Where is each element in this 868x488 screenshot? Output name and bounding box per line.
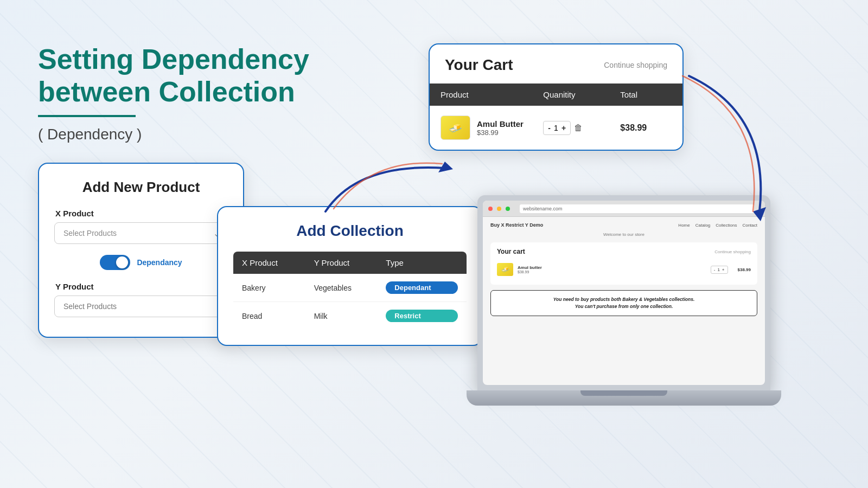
add-collection-panel: Add Collection X Product Y Product Type … (217, 206, 483, 346)
x-product-label: X Product (55, 209, 228, 218)
product-info: Amul Butter $38.99 (477, 119, 524, 137)
browser-message-text: You need to buy products both Bakery & V… (499, 296, 749, 310)
dependency-toggle-row: Dependancy (54, 255, 228, 270)
browser-cart-area: Your cart Continue shopping 🧈 Amul butte… (490, 242, 757, 285)
sub-title: ( Dependency ) (38, 126, 309, 143)
qty-value: 1 (552, 124, 560, 132)
browser-product-image: 🧈 (497, 263, 513, 276)
cart-header: Your Cart Continue shopping (430, 44, 682, 84)
browser-product-name: Amul butter (518, 265, 706, 270)
delete-item-button[interactable]: 🗑 (574, 123, 583, 133)
col-type: Type (386, 258, 458, 267)
collection-row-2: Bread Milk Restrict (233, 302, 467, 330)
browser-welcome: Welcome to our store (490, 232, 757, 237)
dependency-toggle[interactable] (100, 255, 130, 270)
browser-window: websitename.com Buy X Restrict Y Demo Ho… (483, 201, 765, 385)
browser-nav: Buy X Restrict Y Demo Home Catalog Colle… (490, 222, 757, 228)
laptop-notch (580, 390, 667, 396)
cart-panel: Your Cart Continue shopping Product Quan… (429, 43, 684, 151)
row1-x: Bakery (242, 284, 314, 292)
collection-table-header: X Product Y Product Type (233, 252, 467, 274)
x-product-select-wrapper: Select Products ⌄ (54, 222, 228, 244)
row2-x: Bread (242, 312, 314, 320)
col-x-product: X Product (242, 258, 314, 267)
cart-product-cell: 🧈 Amul Butter $38.99 (441, 115, 543, 140)
qty-box: - 1 + (543, 121, 571, 135)
browser-nav-links: Home Catalog Collections Contact (678, 223, 757, 228)
title-underline (38, 115, 136, 117)
browser-cart-title: Your cart (497, 248, 525, 255)
x-product-select[interactable]: Select Products (54, 222, 228, 244)
y-product-label: Y Product (55, 282, 228, 291)
cart-item-total: $38.99 (620, 123, 672, 133)
browser-cart-header: Your cart Continue shopping (497, 248, 751, 255)
browser-dot-red (488, 207, 493, 211)
browser-message-box: You need to buy products both Bakery & V… (490, 290, 757, 316)
add-product-title: Add New Product (54, 179, 228, 196)
laptop-screen: websitename.com Buy X Restrict Y Demo Ho… (477, 195, 770, 390)
browser-product-row: 🧈 Amul butter $38.99 - 1 + $38.99 (497, 260, 751, 279)
browser-continue-shopping[interactable]: Continue shopping (714, 249, 751, 254)
cart-table-header: Product Quanitity Total (430, 84, 682, 106)
cart-row: 🧈 Amul Butter $38.99 - 1 + 🗑 $38.99 (430, 106, 682, 150)
svg-marker-0 (438, 162, 453, 172)
row1-type-badge: Dependant (386, 281, 458, 294)
toggle-thumb (116, 256, 128, 268)
browser-urlbar[interactable]: websitename.com (520, 204, 754, 213)
laptop-mockup: websitename.com Buy X Restrict Y Demo Ho… (467, 195, 781, 450)
y-product-input[interactable] (54, 296, 228, 317)
browser-dot-yellow (497, 207, 501, 211)
row2-y: Milk (314, 312, 386, 320)
col-product: Product (441, 90, 543, 99)
col-quantity: Quanitity (543, 90, 620, 99)
row2-type-badge: Restrict (386, 310, 458, 322)
product-name: Amul Butter (477, 119, 524, 129)
browser-qty-value: 1 (717, 267, 719, 272)
browser-product-price: $38.99 (518, 270, 706, 274)
browser-qty-minus[interactable]: - (714, 267, 716, 272)
nav-collections[interactable]: Collections (716, 223, 737, 228)
row1-y: Vegetables (314, 284, 386, 292)
laptop-base (467, 390, 781, 406)
browser-content: Buy X Restrict Y Demo Home Catalog Colle… (483, 217, 765, 322)
product-price-sub: $38.99 (477, 129, 524, 137)
qty-increase-button[interactable]: + (561, 124, 566, 132)
nav-contact[interactable]: Contact (742, 223, 757, 228)
heading-section: Setting Dependency between Collection ( … (38, 43, 309, 143)
qty-decrease-button[interactable]: - (548, 124, 551, 132)
browser-qty-plus[interactable]: + (722, 267, 725, 272)
col-total: Total (620, 90, 672, 99)
browser-dot-green (506, 207, 510, 211)
product-image: 🧈 (441, 115, 470, 140)
quantity-control: - 1 + 🗑 (543, 121, 620, 135)
main-title: Setting Dependency between Collection (38, 43, 309, 108)
nav-catalog[interactable]: Catalog (695, 223, 711, 228)
toggle-label: Dependancy (137, 258, 182, 267)
browser-qty-control[interactable]: - 1 + (711, 266, 728, 274)
continue-shopping-link[interactable]: Continue shopping (604, 61, 667, 69)
collection-row-1: Bakery Vegetables Dependant (233, 274, 467, 302)
nav-home[interactable]: Home (678, 223, 690, 228)
cart-title: Your Cart (445, 56, 513, 74)
add-product-panel: Add New Product X Product Select Product… (38, 163, 244, 338)
browser-topbar: websitename.com (483, 201, 765, 217)
browser-product-info: Amul butter $38.99 (518, 265, 706, 274)
browser-store-name: Buy X Restrict Y Demo (490, 222, 543, 228)
browser-item-total: $38.99 (738, 267, 751, 272)
add-collection-title: Add Collection (233, 222, 467, 240)
col-y-product: Y Product (314, 258, 386, 267)
